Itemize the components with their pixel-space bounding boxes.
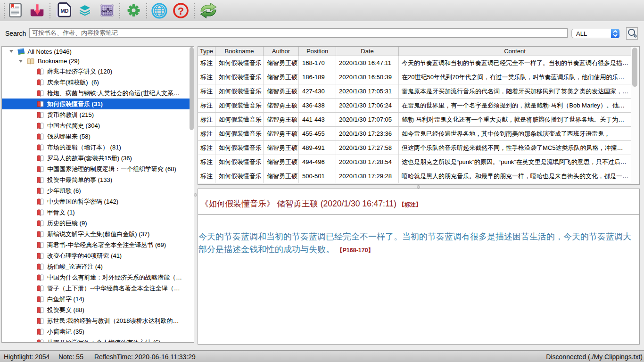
svg-text:?: ? [178, 5, 184, 17]
svg-text:MD: MD [60, 8, 68, 14]
